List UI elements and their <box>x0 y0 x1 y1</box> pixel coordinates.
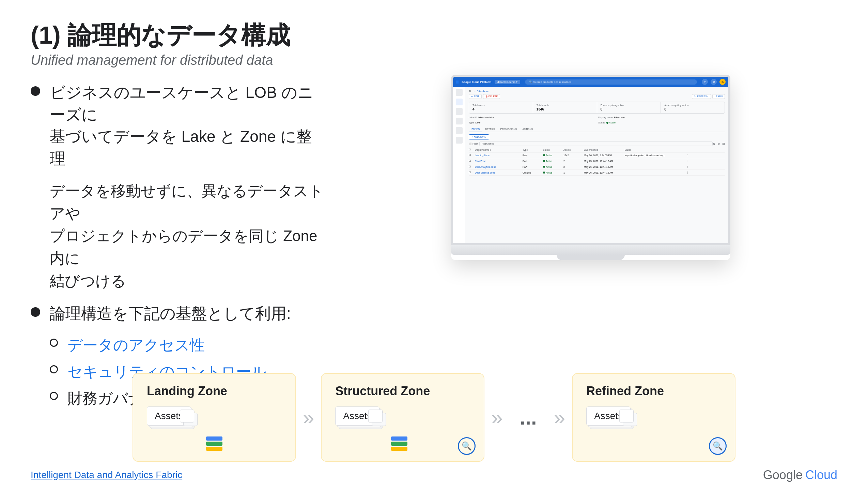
landing-zone-label: Landing Zone <box>147 384 227 398</box>
stat-assets-action-label: Assets requiring action <box>664 104 721 106</box>
stat-assets-action: Assets requiring action 0 <box>661 102 725 113</box>
landing-zone-box: Landing Zone Assets <box>133 373 296 462</box>
console-search-bar: 🔍 Search products and resources <box>525 79 697 85</box>
info-row: Lake ID bikeshare-lake Display name Bike… <box>469 116 725 124</box>
sub-text-1: データを移動せずに、異なるデータストアやプロジェクトからのデータを同じ Zone… <box>50 180 324 292</box>
th-assets: Assets <box>563 149 584 151</box>
laptop-stand <box>557 255 625 260</box>
filter-refresh-icon: ↻ <box>717 142 720 146</box>
row-science-name[interactable]: Data Science Zone <box>475 172 523 174</box>
sidebar-icon-2 <box>456 99 463 105</box>
info-type-key: Type <box>469 121 474 124</box>
gcp-console: ☰ Google Cloud Platform dataplex-demo ▾ … <box>453 77 728 243</box>
delete-button[interactable]: 🗑 DELETE <box>483 94 500 99</box>
stat-total-zones: Total zones 4 <box>469 102 533 113</box>
svg-rect-3 <box>391 436 407 441</box>
sidebar-icon-5 <box>456 127 463 134</box>
bullet-dot-1 <box>31 86 40 96</box>
sub-item-1: データのアクセス性 <box>50 335 324 356</box>
stat-assets-action-value: 0 <box>664 107 721 111</box>
th-checkbox: ☐ <box>469 148 475 151</box>
tab-permissions[interactable]: PERMISSIONS <box>498 127 520 132</box>
console-icon-3: G <box>719 79 726 85</box>
row-science-menu[interactable]: ⋮ <box>686 171 692 174</box>
filter-close-icon: ✕ <box>713 142 715 146</box>
structured-assets-card: Assets <box>335 406 379 426</box>
info-lake-id: Lake ID bikeshare-lake <box>469 116 595 119</box>
filter-grid-icon: ⊞ <box>722 142 725 146</box>
console-right-actions: ↻ REFRESH LEARN <box>692 94 725 99</box>
row-raw-name[interactable]: Raw Zone <box>475 160 523 162</box>
th-status: Status <box>543 149 563 151</box>
dots-section: ... <box>510 406 547 429</box>
row-analytics-name[interactable]: Data Analytics Zone <box>475 166 523 168</box>
row-raw-modified: May 25, 2021, 10:44:12 AM <box>584 160 625 162</box>
stat-zones-label: Total zones <box>472 104 529 106</box>
landing-assets-label: Assets <box>155 411 183 421</box>
th-last-modified: Last modified <box>584 149 625 151</box>
sub-item-text-1: データのアクセス性 <box>67 335 205 356</box>
table-row-science: ☐ Data Science Zone Curated Active 1 May… <box>469 170 725 176</box>
filter-row: ⬜ Filter Filter zones ✕ ↻ ⊞ <box>469 142 725 146</box>
structured-zone-inner: Assets 🔍 <box>335 406 400 426</box>
row-raw-type: Raw <box>523 160 543 162</box>
main-content: ビジネスのユースケースと LOB のニーズに基づいてデータを Lake と Zo… <box>31 82 837 414</box>
refresh-button[interactable]: ↻ REFRESH <box>692 94 711 99</box>
stat-zones-action-value: 0 <box>601 107 657 111</box>
row-landing-label: ingestiontemplate: citibad-secondary:... <box>625 154 686 157</box>
google-cloud-logo: Google Cloud <box>763 468 837 482</box>
sidebar-icon-6 <box>456 137 463 144</box>
filter-input[interactable]: Filter zones <box>479 142 713 146</box>
bullet-text-2: 論理構造を下記の基盤として利用: <box>50 302 291 324</box>
bullet-item-1: ビジネスのユースケースと LOB のニーズに基づいてデータを Lake と Zo… <box>31 82 324 169</box>
refined-assets-label: Assets <box>594 411 623 421</box>
info-lake-id-val: bikeshare-lake <box>478 116 494 119</box>
row-analytics-type: Raw <box>523 166 543 168</box>
row-science-status: Active <box>543 172 563 174</box>
row-analytics-menu[interactable]: ⋮ <box>686 165 692 168</box>
footer-link[interactable]: Intelligent Data and Analytics Fabric <box>31 470 182 480</box>
table-header: ☐ Display name ↕ Type Status Assets Last… <box>469 147 725 152</box>
table-row-raw: ☐ Raw Zone Raw Active 2 May 25, 2021, 10… <box>469 158 725 164</box>
info-display-val: Bikeshare <box>614 116 624 119</box>
refined-zone-label: Refined Zone <box>586 384 664 398</box>
th-display-name: Display name ↕ <box>475 149 523 151</box>
row-science-type: Curated <box>523 172 543 174</box>
stat-zones-action: Zones requiring action 0 <box>597 102 661 113</box>
edit-button[interactable]: ✏ EDIT <box>469 94 482 99</box>
status-active-dot <box>606 122 608 124</box>
row-landing-name[interactable]: Landing Zone <box>475 154 523 157</box>
console-main-area: ⚙ ← Bikeshare ✏ EDIT 🗑 DELETE <box>465 87 728 243</box>
stat-assets-value: 1346 <box>537 107 593 111</box>
stat-total-assets: Total assets 1346 <box>533 102 597 113</box>
svg-rect-5 <box>391 447 407 451</box>
bullet-text-1: ビジネスのユースケースと LOB のニーズに基づいてデータを Lake と Zo… <box>50 82 324 169</box>
row-science-modified: May 26, 2021, 10:44:12 AM <box>584 172 625 174</box>
learn-button[interactable]: LEARN <box>712 94 725 99</box>
tab-zones[interactable]: ZONES <box>469 127 482 132</box>
row-landing-menu[interactable]: ⋮ <box>686 154 692 157</box>
info-status-key: Status <box>598 121 605 124</box>
console-sidebar <box>453 87 465 243</box>
console-icon-1: ? <box>702 79 708 85</box>
console-topbar: ☰ Google Cloud Platform dataplex-demo ▾ … <box>453 77 728 87</box>
laptop-screen: ☰ Google Cloud Platform dataplex-demo ▾ … <box>451 75 730 245</box>
tab-actions[interactable]: ACTIONS <box>520 127 536 132</box>
laptop-container: ☰ Google Cloud Platform dataplex-demo ▾ … <box>451 75 730 260</box>
row-raw-status: Active <box>543 160 563 162</box>
structured-zone-label: Structured Zone <box>335 384 430 398</box>
refined-zone-inner: Assets 🔍 <box>586 406 651 426</box>
add-zone-button[interactable]: + ADD ZONE <box>469 134 489 139</box>
sub-circle-2 <box>50 365 58 373</box>
console-tabs: ZONES DETAILS PERMISSIONS ACTIONS <box>469 127 725 132</box>
slide: (1) 論理的なデータ構成 Unified management for dis… <box>0 0 868 489</box>
row-raw-menu[interactable]: ⋮ <box>686 160 692 162</box>
th-label: Label <box>625 149 686 151</box>
sub-circle-1 <box>50 339 58 347</box>
row-landing-modified: May 26, 2021, 2:34:55 PM <box>584 154 625 157</box>
text-column: ビジネスのユースケースと LOB のニーズに基づいてデータを Lake と Zo… <box>31 82 324 414</box>
row-analytics-status: Active <box>543 166 563 168</box>
structured-zone-box: Structured Zone Assets <box>321 373 484 462</box>
structured-assets-label: Assets <box>343 411 372 421</box>
tab-details[interactable]: DETAILS <box>482 127 498 132</box>
